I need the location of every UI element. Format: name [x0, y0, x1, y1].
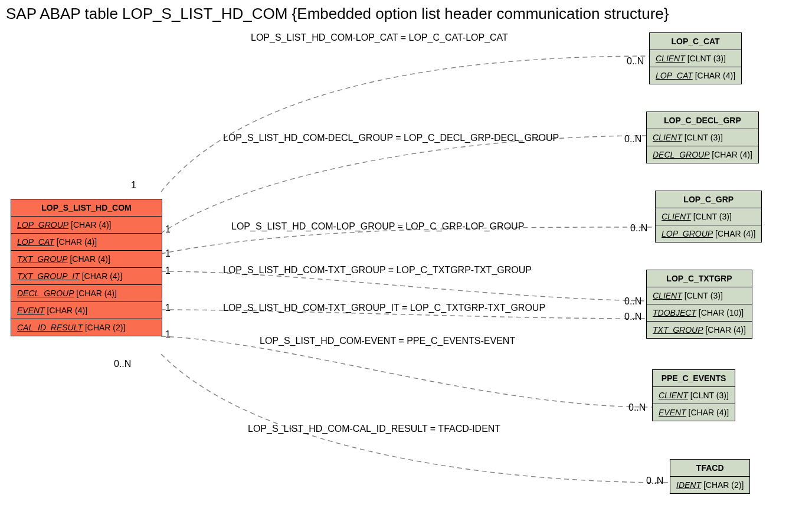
- field-type: [CHAR (4)]: [715, 229, 755, 238]
- card-left-1: 1: [131, 180, 136, 191]
- entity-row: EVENT [CHAR (4)]: [653, 404, 735, 421]
- entity-row: LOP_GROUP [CHAR (4)]: [656, 225, 761, 242]
- entity-header: TFACD: [670, 460, 749, 477]
- field-type: [CHAR (4)]: [47, 306, 87, 315]
- field-name: CAL_ID_RESULT: [17, 323, 83, 332]
- field-type: [CHAR (4)]: [71, 220, 111, 230]
- field-name: LOP_CAT: [17, 237, 54, 247]
- field-name: LOP_CAT: [656, 71, 693, 80]
- card-left-6: 1: [165, 329, 171, 340]
- entity-tfacd: TFACD IDENT [CHAR (2)]: [670, 459, 750, 494]
- rel-label-3: LOP_S_LIST_HD_COM-LOP_GROUP = LOP_C_GRP-…: [231, 221, 524, 232]
- card-right-6: 0..N: [628, 402, 646, 413]
- field-name: CLIENT: [662, 212, 691, 221]
- field-name: LOP_GROUP: [662, 229, 713, 238]
- field-type: [CHAR (4)]: [705, 325, 745, 335]
- field-type: [CLNT (3)]: [693, 212, 732, 221]
- entity-lop-c-grp: LOP_C_GRP CLIENT [CLNT (3)] LOP_GROUP [C…: [655, 191, 762, 242]
- entity-main-header: LOP_S_LIST_HD_COM: [11, 199, 162, 217]
- rel-label-2: LOP_S_LIST_HD_COM-DECL_GROUP = LOP_C_DEC…: [223, 133, 559, 143]
- entity-main-row: DECL_GROUP [CHAR (4)]: [11, 285, 162, 302]
- entity-row: CLIENT [CLNT (3)]: [647, 287, 752, 304]
- field-name: CLIENT: [653, 133, 682, 142]
- card-right-7: 0..N: [646, 476, 663, 486]
- entity-row: TXT_GROUP [CHAR (4)]: [647, 322, 752, 338]
- entity-row: CLIENT [CLNT (3)]: [650, 50, 741, 67]
- card-left-2: 1: [165, 224, 171, 235]
- entity-ppe-c-events: PPE_C_EVENTS CLIENT [CLNT (3)] EVENT [CH…: [652, 369, 735, 421]
- entity-row: LOP_CAT [CHAR (4)]: [650, 67, 741, 84]
- field-name: TDOBJECT: [653, 308, 696, 317]
- entity-header: PPE_C_EVENTS: [653, 370, 735, 387]
- entity-row: CLIENT [CLNT (3)]: [647, 129, 758, 146]
- card-right-3: 0..N: [630, 223, 647, 234]
- card-left-7: 0..N: [114, 359, 131, 369]
- entity-lop-c-cat: LOP_C_CAT CLIENT [CLNT (3)] LOP_CAT [CHA…: [649, 32, 742, 84]
- card-right-5: 0..N: [624, 312, 641, 322]
- field-name: EVENT: [659, 408, 686, 417]
- entity-header: LOP_C_CAT: [650, 33, 741, 50]
- field-name: TXT_GROUP: [653, 325, 703, 335]
- card-right-4: 0..N: [624, 296, 641, 307]
- card-left-3: 1: [165, 248, 171, 259]
- field-name: CLIENT: [653, 291, 682, 300]
- rel-label-5: LOP_S_LIST_HD_COM-TXT_GROUP_IT = LOP_C_T…: [223, 303, 545, 313]
- entity-main-row: LOP_CAT [CHAR (4)]: [11, 234, 162, 251]
- field-type: [CHAR (4)]: [76, 289, 116, 298]
- field-name: DECL_GROUP: [653, 150, 709, 159]
- entity-row: CLIENT [CLNT (3)]: [653, 387, 735, 404]
- field-name: DECL_GROUP: [17, 289, 74, 298]
- card-right-2: 0..N: [624, 134, 641, 145]
- rel-label-7: LOP_S_LIST_HD_COM-CAL_ID_RESULT = TFACD-…: [248, 424, 500, 434]
- field-type: [CHAR (4)]: [695, 71, 735, 80]
- field-type: [CLNT (3)]: [690, 391, 729, 400]
- field-name: IDENT: [676, 480, 701, 490]
- card-left-4: 1: [165, 266, 171, 276]
- field-type: [CHAR (2)]: [703, 480, 744, 490]
- field-type: [CLNT (3)]: [685, 291, 723, 300]
- rel-label-1: LOP_S_LIST_HD_COM-LOP_CAT = LOP_C_CAT-LO…: [251, 32, 508, 43]
- entity-lop-c-txtgrp: LOP_C_TXTGRP CLIENT [CLNT (3)] TDOBJECT …: [646, 270, 752, 339]
- entity-header: LOP_C_DECL_GRP: [647, 112, 758, 129]
- field-name: LOP_GROUP: [17, 220, 68, 230]
- card-left-5: 1: [165, 303, 171, 313]
- field-name: EVENT: [17, 306, 45, 315]
- field-name: TXT_GROUP: [17, 254, 68, 264]
- entity-main-row: TXT_GROUP [CHAR (4)]: [11, 251, 162, 268]
- entity-main: LOP_S_LIST_HD_COM LOP_GROUP [CHAR (4)] L…: [11, 199, 162, 336]
- field-name: CLIENT: [659, 391, 688, 400]
- field-name: CLIENT: [656, 54, 685, 63]
- entity-lop-c-decl-grp: LOP_C_DECL_GRP CLIENT [CLNT (3)] DECL_GR…: [646, 112, 759, 163]
- field-type: [CHAR (4)]: [57, 237, 97, 247]
- entity-header: LOP_C_TXTGRP: [647, 270, 752, 287]
- entity-row: IDENT [CHAR (2)]: [670, 477, 749, 493]
- field-type: [CHAR (4)]: [689, 408, 729, 417]
- entity-main-row: CAL_ID_RESULT [CHAR (2)]: [11, 319, 162, 336]
- field-type: [CHAR (10)]: [699, 308, 744, 317]
- field-type: [CLNT (3)]: [685, 133, 723, 142]
- field-type: [CHAR (2)]: [85, 323, 125, 332]
- entity-row: CLIENT [CLNT (3)]: [656, 208, 761, 225]
- diagram-title: SAP ABAP table LOP_S_LIST_HD_COM {Embedd…: [6, 5, 669, 23]
- field-type: [CHAR (4)]: [82, 271, 122, 281]
- entity-header: LOP_C_GRP: [656, 191, 761, 208]
- entity-main-row: TXT_GROUP_IT [CHAR (4)]: [11, 268, 162, 285]
- entity-row: TDOBJECT [CHAR (10)]: [647, 304, 752, 322]
- field-name: TXT_GROUP_IT: [17, 271, 80, 281]
- entity-row: DECL_GROUP [CHAR (4)]: [647, 146, 758, 163]
- field-type: [CLNT (3)]: [687, 54, 726, 63]
- field-type: [CHAR (4)]: [70, 254, 110, 264]
- rel-label-4: LOP_S_LIST_HD_COM-TXT_GROUP = LOP_C_TXTG…: [223, 265, 532, 276]
- entity-main-row: LOP_GROUP [CHAR (4)]: [11, 217, 162, 234]
- rel-label-6: LOP_S_LIST_HD_COM-EVENT = PPE_C_EVENTS-E…: [260, 336, 515, 346]
- field-type: [CHAR (4)]: [712, 150, 752, 159]
- card-right-1: 0..N: [627, 56, 644, 67]
- entity-main-row: EVENT [CHAR (4)]: [11, 302, 162, 319]
